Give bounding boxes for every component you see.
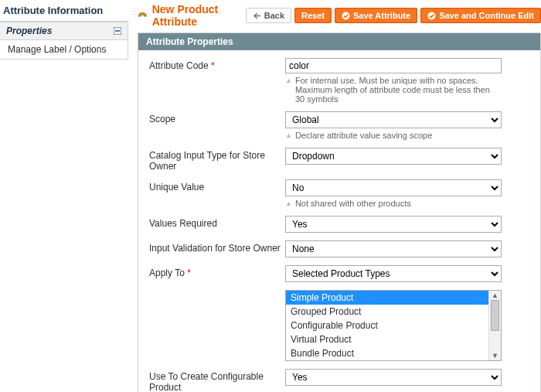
- save-continue-button[interactable]: Save and Continue Edit: [420, 8, 541, 23]
- input-validation-label: Input Validation for Store Owner: [149, 240, 285, 254]
- values-required-select[interactable]: Yes: [285, 216, 502, 233]
- unique-value-note: ▲Not shared with other products: [285, 199, 502, 208]
- scroll-up-icon[interactable]: ▲: [492, 291, 498, 299]
- sidebar-title: Attribute Information: [0, 0, 128, 22]
- sidebar: Attribute Information Properties Manage …: [0, 0, 128, 392]
- product-type-option[interactable]: Simple Product: [286, 291, 488, 305]
- back-button-label: Back: [264, 11, 284, 20]
- page-title: New Product Attribute: [138, 3, 243, 28]
- sidebar-item-manage-label[interactable]: Manage Label / Options: [0, 40, 128, 60]
- page-title-text: New Product Attribute: [152, 3, 243, 28]
- reset-button[interactable]: Reset: [294, 8, 332, 23]
- apply-to-label: Apply To *: [149, 265, 285, 278]
- attribute-code-input[interactable]: [285, 58, 502, 73]
- svg-point-2: [342, 12, 349, 19]
- product-type-option[interactable]: Virtual Product: [286, 332, 488, 346]
- scroll-thumb[interactable]: [491, 300, 499, 331]
- back-button[interactable]: Back: [246, 8, 291, 23]
- input-type-label: Catalog Input Type for Store Owner: [149, 148, 285, 172]
- product-type-option[interactable]: Bundle Product: [286, 346, 488, 360]
- svg-point-3: [428, 12, 436, 19]
- attribute-form: Attribute Code * ▲For internal use. Must…: [138, 50, 540, 392]
- product-type-option[interactable]: Configurable Product: [286, 319, 488, 332]
- sidebar-section-properties[interactable]: Properties: [0, 22, 128, 40]
- input-validation-select[interactable]: None: [285, 240, 502, 257]
- magento-icon: [138, 9, 148, 22]
- product-types-multiselect[interactable]: Simple ProductGrouped ProductConfigurabl…: [285, 290, 502, 361]
- product-type-option[interactable]: Grouped Product: [286, 305, 488, 319]
- save-continue-label: Save and Continue Edit: [439, 11, 534, 20]
- scope-label: Scope: [149, 111, 285, 124]
- use-configurable-select[interactable]: Yes: [285, 369, 502, 386]
- values-required-label: Values Required: [149, 216, 285, 229]
- attribute-code-note: ▲For internal use. Must be unique with n…: [285, 76, 502, 104]
- save-attribute-button[interactable]: Save Attribute: [335, 8, 417, 23]
- multiselect-scrollbar[interactable]: ▲ ▼: [488, 291, 501, 360]
- check-icon: [427, 12, 436, 20]
- attribute-properties-panel: Attribute Properties Attribute Code * ▲F…: [138, 32, 541, 392]
- input-type-select[interactable]: Dropdown: [285, 148, 502, 165]
- topbar: New Product Attribute Back Reset Save At…: [138, 0, 541, 32]
- scope-note: ▲Declare attribute value saving scope: [285, 131, 502, 140]
- unique-value-select[interactable]: No: [285, 179, 502, 196]
- save-button-label: Save Attribute: [353, 11, 410, 20]
- sidebar-section-label: Properties: [6, 26, 52, 36]
- scope-select[interactable]: Global: [285, 111, 502, 128]
- reset-button-label: Reset: [301, 11, 325, 20]
- back-arrow-icon: [253, 12, 261, 20]
- apply-to-select[interactable]: Selected Product Types: [285, 265, 502, 282]
- unique-value-label: Unique Value: [149, 179, 285, 193]
- scroll-down-icon[interactable]: ▼: [492, 352, 498, 360]
- use-configurable-label: Use To Create Configurable Product: [149, 369, 285, 392]
- collapse-minus-icon: [114, 27, 121, 35]
- main-content: New Product Attribute Back Reset Save At…: [128, 0, 541, 392]
- panel-title: Attribute Properties: [138, 33, 540, 50]
- check-icon: [342, 12, 350, 20]
- attribute-code-label: Attribute Code *: [149, 58, 285, 71]
